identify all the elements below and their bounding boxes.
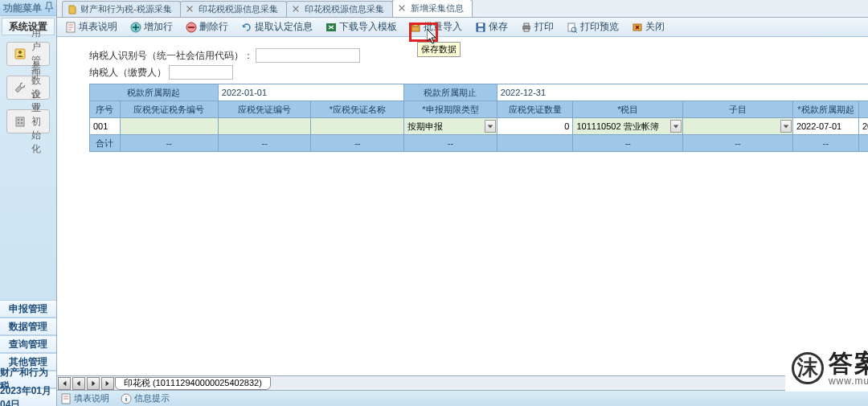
dropdown-icon[interactable] <box>485 120 496 133</box>
toolbar-print-preview[interactable]: 打印预览 <box>562 18 624 35</box>
cell-cert-no[interactable] <box>218 118 311 135</box>
user-icon <box>14 47 27 61</box>
toolbar-fill-instructions[interactable]: 填表说明 <box>60 18 122 35</box>
tab-item[interactable]: 财产和行为税-税源采集 <box>62 1 181 17</box>
status-fill-instr[interactable]: 填表说明 <box>60 392 109 404</box>
sidebar-item-init[interactable]: 企业初始化 <box>6 109 50 133</box>
toolbar-download-template[interactable]: 下载导入模板 <box>321 18 402 35</box>
cell-tax-cert-no[interactable] <box>120 118 218 135</box>
svg-rect-18 <box>524 29 529 31</box>
close-icon <box>292 5 301 14</box>
col-cert-name[interactable]: *应税凭证名称 <box>311 101 404 118</box>
plus-icon <box>130 22 141 33</box>
tab-item[interactable]: 印花税税源信息采集 <box>180 1 287 17</box>
content-area: 纳税人识别号（统一社会信用代码）： 纳税人（缴费人） 税款所属期起 2022-0 <box>57 37 868 375</box>
tab-item-active[interactable]: 新增采集信息 <box>392 0 473 17</box>
pin-icon[interactable] <box>43 2 55 13</box>
sidebar-bottom-item[interactable]: 数据管理 <box>0 318 56 335</box>
sheet-nav-last[interactable] <box>101 377 114 390</box>
sidebar: 功能菜单 系统设置 用户管理 参数设置 企业初始化 申报管理 数据管理 <box>0 0 57 406</box>
status-info[interactable]: 信息提示 <box>121 392 170 404</box>
cell-tax-item[interactable]: 101110502 营业帐簿 <box>573 118 683 135</box>
cell-qty[interactable]: 0 <box>497 118 573 135</box>
info-icon <box>121 393 132 404</box>
toolbar-close[interactable]: 关闭 <box>627 18 669 35</box>
period-end-value: 2022-12-31 <box>497 84 868 101</box>
toolbar-batch-import[interactable]: 批量导入 <box>405 18 467 35</box>
tab-label: 印花税税源信息采集 <box>305 3 384 15</box>
col-cert-no[interactable]: 应税凭证编号 <box>218 101 311 118</box>
close-icon <box>398 4 407 14</box>
svg-point-1 <box>18 51 22 54</box>
svg-rect-4 <box>21 119 23 121</box>
period-end-label: 税款所属期止 <box>404 84 497 101</box>
svg-rect-14 <box>478 23 483 27</box>
toolbar-save[interactable]: 保存 <box>470 18 513 35</box>
svg-rect-12 <box>413 23 418 27</box>
sidebar-bottom-item[interactable]: 查询管理 <box>0 335 56 353</box>
tab-label: 财产和行为税-税源采集 <box>80 3 172 15</box>
period-start-value: 2022-01-01 <box>218 84 403 101</box>
sum-row: 合计 -- -- -- -- -- -- -- -- <box>90 135 869 152</box>
sheet-nav-first[interactable] <box>58 377 71 390</box>
toolbar-delete-row[interactable]: 删除行 <box>181 18 233 35</box>
status-bar: 填表说明 信息提示 <box>57 390 868 406</box>
cell-cert-name[interactable] <box>311 118 404 135</box>
col-pend[interactable]: *税款所属期 <box>858 101 868 118</box>
svg-rect-3 <box>18 119 19 121</box>
dropdown-icon[interactable] <box>780 120 792 133</box>
close-icon <box>632 22 643 33</box>
col-seq[interactable]: 序号 <box>90 101 121 118</box>
sheet-tab[interactable]: 印花税 (101112940000025402832) <box>115 377 271 390</box>
note-icon <box>60 393 72 404</box>
taxpayer-name-input[interactable] <box>169 65 233 80</box>
print-icon <box>521 22 532 33</box>
period-start-label: 税款所属期起 <box>90 84 219 101</box>
sync-icon <box>241 22 252 33</box>
excel-icon <box>326 22 337 33</box>
watermark: 沫 答案 www.mudaan.com <box>785 345 868 392</box>
taxpayer-id-input[interactable] <box>256 48 360 63</box>
tab-bar: 财产和行为税-税源采集 印花税税源信息采集 印花税税源信息采集 新增采集信息 <box>57 0 868 18</box>
cell-pstart[interactable]: 2022-07-01 <box>792 118 858 135</box>
svg-rect-5 <box>18 122 19 124</box>
cell-pend[interactable]: 2022-12-31 <box>858 118 868 135</box>
toolbar-print[interactable]: 打印 <box>516 18 559 35</box>
col-pstart[interactable]: *税款所属期起 <box>792 101 858 118</box>
col-tax-item[interactable]: *税目 <box>573 101 683 118</box>
doc-icon <box>68 5 77 14</box>
cell-period-type[interactable]: 按期申报 <box>404 118 497 135</box>
minus-icon <box>186 22 197 33</box>
svg-rect-15 <box>478 28 483 31</box>
toolbar-add-row[interactable]: 增加行 <box>125 18 178 35</box>
table-row[interactable]: 001 按期申报 0 101110502 营业帐簿 <box>90 118 869 135</box>
taxpayer-id-label: 纳税人识别号（统一社会信用代码）： <box>89 49 253 63</box>
data-grid: 税款所属期起 2022-01-01 税款所属期止 2022-12-31 序号 应… <box>89 84 868 152</box>
sheet-nav-next[interactable] <box>87 377 100 390</box>
sidebar-group-system[interactable]: 系统设置 <box>2 18 55 35</box>
cell-seq[interactable]: 001 <box>90 118 121 135</box>
tab-label: 新增采集信息 <box>411 2 464 14</box>
col-sub-item[interactable]: 子目 <box>683 101 793 118</box>
col-qty[interactable]: 应税凭证数量 <box>497 101 573 118</box>
svg-rect-6 <box>21 122 23 124</box>
taxpayer-name-label: 纳税人（缴费人） <box>89 66 166 80</box>
sidebar-title: 功能菜单 <box>0 0 56 16</box>
col-tax-cert-no[interactable]: 应税凭证税务编号 <box>120 101 218 118</box>
sum-label: 合计 <box>90 135 121 152</box>
dropdown-icon[interactable] <box>670 120 682 133</box>
close-icon <box>186 5 195 14</box>
sidebar-date: 2023年01月04日 <box>0 388 56 406</box>
cell-sub-item[interactable] <box>683 118 793 135</box>
tooltip: 保存数据 <box>417 42 461 57</box>
svg-rect-2 <box>16 117 24 126</box>
sidebar-bottom-item[interactable]: 申报管理 <box>0 300 56 318</box>
sidebar-item-param[interactable]: 参数设置 <box>6 76 50 100</box>
col-period-type[interactable]: *申报期限类型 <box>404 101 497 118</box>
tab-label: 印花税税源信息采集 <box>199 3 278 15</box>
tab-item[interactable]: 印花税税源信息采集 <box>286 1 393 17</box>
sheet-nav-prev[interactable] <box>72 377 85 390</box>
toolbar-extract-info[interactable]: 提取认定信息 <box>236 18 317 35</box>
sidebar-item-user-mgmt[interactable]: 用户管理 <box>6 42 50 66</box>
toolbar: 填表说明 增加行 删除行 提取认定信息 下载导入模板 批量导入 保存 打印 打印… <box>57 18 868 37</box>
